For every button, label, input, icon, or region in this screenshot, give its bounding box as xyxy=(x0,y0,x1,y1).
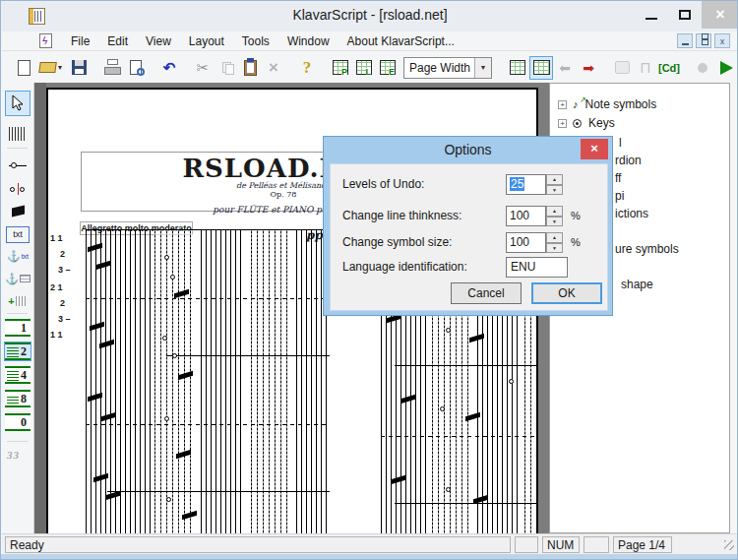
tree-item-fragment[interactable]: ure symbols xyxy=(615,242,679,256)
tree-item-fragment[interactable]: pi xyxy=(615,189,624,203)
mdi-restore-button[interactable] xyxy=(696,33,711,48)
spin-up-icon[interactable]: ▲ xyxy=(546,174,563,185)
spin-down-icon[interactable]: ▼ xyxy=(546,217,563,227)
expand-icon[interactable]: + xyxy=(558,119,567,128)
duration-8-button[interactable]: 8 xyxy=(5,390,31,407)
play-icon xyxy=(720,61,733,75)
add-lines-tool-button[interactable]: + xyxy=(5,291,31,311)
menu-about[interactable]: About KlavarScript... xyxy=(338,32,463,50)
tree-item-fragment[interactable]: rdion xyxy=(615,154,642,167)
undo-levels-field[interactable]: 25 xyxy=(506,174,546,195)
staff-tool-button[interactable] xyxy=(5,124,31,144)
duration-2-button[interactable]: 2 xyxy=(5,342,31,360)
notehead xyxy=(440,406,445,411)
cut-button[interactable]: ✂ xyxy=(191,56,215,80)
view-p-button[interactable]: P xyxy=(329,56,352,80)
stave-lines xyxy=(86,229,151,533)
new-button[interactable] xyxy=(12,56,35,80)
undo-levels-label: Levels of Undo: xyxy=(342,177,424,191)
notehead xyxy=(166,497,171,502)
prev-page-button[interactable]: ⬅ xyxy=(553,56,577,80)
ok-button[interactable]: OK xyxy=(531,282,602,304)
anchored-text-tool-button[interactable]: ⚓txt xyxy=(5,246,31,266)
multi-page-view-button[interactable] xyxy=(529,56,553,80)
language-label: Language identification: xyxy=(342,260,467,274)
beam-tool-button[interactable] xyxy=(5,201,31,220)
zoom-combobox[interactable]: Page Width ▼ xyxy=(403,57,492,79)
spin-up-icon[interactable]: ▲ xyxy=(546,232,563,243)
menu-edit[interactable]: Edit xyxy=(98,32,137,50)
undo-icon: ↶ xyxy=(163,59,176,77)
half-note-tool-button[interactable] xyxy=(5,156,31,175)
combobox-dropdown-icon[interactable]: ▼ xyxy=(474,58,491,78)
symbol-size-spinner[interactable]: 100 ▲▼ xyxy=(506,232,563,253)
language-field[interactable]: ENU xyxy=(506,257,568,278)
duration-0-button[interactable]: 0 xyxy=(5,413,31,431)
notehead xyxy=(446,487,451,492)
left-arrow-icon: ⬅ xyxy=(559,60,571,76)
delete-button[interactable]: × xyxy=(262,56,285,80)
save-button[interactable] xyxy=(67,56,91,80)
spin-up-icon[interactable]: ▲ xyxy=(546,206,563,217)
print-preview-button[interactable] xyxy=(124,56,148,80)
menu-window[interactable]: Window xyxy=(278,32,338,50)
tree-item-fragment[interactable]: shape xyxy=(621,278,653,291)
cd-button[interactable]: [Cd] xyxy=(657,56,681,80)
maximize-button[interactable] xyxy=(668,1,702,29)
view-e-button[interactable]: E xyxy=(376,56,400,80)
tree-item-note-symbols[interactable]: + ♪↗ Note symbols xyxy=(558,97,656,111)
open-dropdown-icon[interactable]: ▼ xyxy=(57,64,64,71)
spin-down-icon[interactable]: ▼ xyxy=(546,185,563,196)
close-button[interactable]: × xyxy=(702,1,738,29)
paste-button[interactable] xyxy=(238,56,262,80)
line-thickness-spinner[interactable]: 100 ▲▼ xyxy=(506,206,563,226)
next-page-button[interactable]: ➡ xyxy=(577,56,600,80)
copy-button[interactable] xyxy=(215,56,238,80)
help-button[interactable]: ? xyxy=(295,56,319,80)
bar-line xyxy=(86,298,330,299)
resize-grip[interactable] xyxy=(724,540,734,550)
menu-layout[interactable]: Layout xyxy=(180,32,233,50)
undo-levels-spinner[interactable]: 25 ▲▼ xyxy=(506,174,563,195)
spin-down-icon[interactable]: ▼ xyxy=(546,243,563,254)
menu-tools[interactable]: Tools xyxy=(233,32,278,50)
mdi-close-button[interactable]: x xyxy=(714,33,730,48)
multi-page-icon xyxy=(533,60,550,75)
note-pair-icon xyxy=(9,183,27,195)
tree-item-label: Keys xyxy=(588,116,615,130)
expand-icon[interactable]: + xyxy=(558,100,567,109)
notehead xyxy=(164,255,169,260)
tree-item-fragment[interactable]: l xyxy=(619,136,622,150)
bridge-button[interactable]: Π xyxy=(634,56,657,80)
dialog-title: Options xyxy=(324,137,612,163)
tree-item-fragment[interactable]: ictions xyxy=(615,207,648,220)
play-button[interactable] xyxy=(714,56,738,80)
duration-4-button[interactable]: 4 xyxy=(5,366,31,384)
print-button[interactable] xyxy=(100,56,124,80)
view-l-button[interactable]: L xyxy=(352,56,376,80)
select-tool-button[interactable] xyxy=(5,91,31,116)
mdi-minimize-button[interactable] xyxy=(677,33,693,48)
one-page-view-button[interactable] xyxy=(506,56,529,80)
record-button[interactable] xyxy=(691,56,714,80)
tree-item-fragment[interactable]: ff xyxy=(615,171,621,185)
symbol-size-field[interactable]: 100 xyxy=(506,232,546,253)
duration-1-button[interactable]: 1 xyxy=(5,319,31,337)
flip-page-button[interactable] xyxy=(610,56,634,80)
line-thickness-field[interactable]: 100 xyxy=(506,206,546,226)
cancel-button[interactable]: Cancel xyxy=(451,282,522,304)
text-tool-button[interactable]: txt xyxy=(5,224,31,244)
note-pair-tool-button[interactable] xyxy=(5,179,31,199)
flip-page-icon xyxy=(615,61,630,74)
undo-button[interactable]: ↶ xyxy=(157,56,181,80)
menu-file[interactable]: File xyxy=(62,32,98,50)
open-button[interactable]: ▼ xyxy=(35,56,67,80)
symbol-size-label: Change symbol size: xyxy=(342,235,452,249)
triplet-tool-button[interactable]: 33 xyxy=(7,449,20,461)
tree-item-keys[interactable]: + Keys xyxy=(558,116,615,130)
anchor-icon: ⚓ xyxy=(7,250,21,263)
menu-view[interactable]: View xyxy=(137,32,180,50)
minimize-button[interactable] xyxy=(635,1,668,29)
anchored-box-tool-button[interactable]: ⚓ xyxy=(5,269,31,288)
dialog-close-button[interactable]: × xyxy=(581,139,608,159)
